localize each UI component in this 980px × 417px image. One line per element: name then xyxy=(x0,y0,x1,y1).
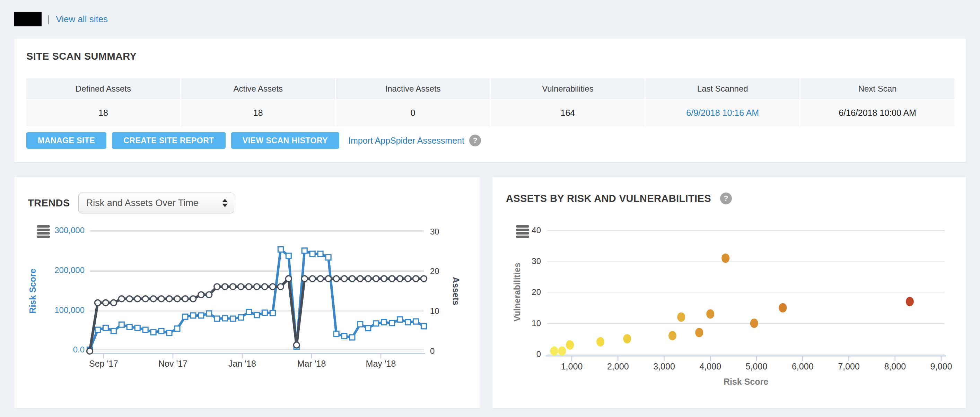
last-scanned-link[interactable]: 6/9/2018 10:16 AM xyxy=(646,100,799,126)
site-scan-summary-card: SITE SCAN SUMMARY Defined AssetsActive A… xyxy=(14,38,966,162)
column-header: Next Scan xyxy=(800,78,955,99)
right-axis-tick-label: 10 xyxy=(430,306,439,316)
column-header: Inactive Assets xyxy=(336,78,490,99)
x-axis-tick-label: 7,000 xyxy=(838,361,860,371)
right-axis-tick-label: 0 xyxy=(430,346,434,356)
create-site-report-button[interactable]: CREATE SITE REPORT xyxy=(112,132,226,149)
x-axis-tick-label: 9,000 xyxy=(931,361,952,371)
trends-metric-selected-value: Risk and Assets Over Time xyxy=(86,198,199,209)
scatter-point[interactable] xyxy=(623,334,631,344)
scatter-point[interactable] xyxy=(597,337,605,347)
x-axis-tick-label: 5,000 xyxy=(746,361,768,371)
column-header: Active Assets xyxy=(181,78,335,99)
help-icon[interactable]: ? xyxy=(720,193,732,205)
x-axis-tick-label: Jan '18 xyxy=(228,359,256,368)
site-name-redacted xyxy=(14,12,41,26)
right-axis-title: Assets xyxy=(451,277,461,305)
help-icon[interactable]: ? xyxy=(469,134,481,146)
x-axis-tick-label: Nov '17 xyxy=(158,359,188,368)
left-axis-tick-label: 300,000 xyxy=(54,225,84,235)
scatter-point[interactable] xyxy=(779,303,787,313)
x-axis-tick-label: 4,000 xyxy=(699,361,721,371)
scatter-point[interactable] xyxy=(750,318,758,328)
x-axis-tick-label: 2,000 xyxy=(607,361,629,371)
x-axis-tick-label: Mar '18 xyxy=(298,359,326,368)
left-axis-tick-label: 0.0 xyxy=(73,345,84,354)
y-axis-tick-label: 20 xyxy=(531,287,541,297)
scatter-point[interactable] xyxy=(721,254,729,263)
right-axis-tick-label: 20 xyxy=(430,267,439,276)
left-axis-tick-label: 100,000 xyxy=(54,305,84,315)
scatter-point[interactable] xyxy=(677,312,685,321)
summary-value: 164 xyxy=(491,100,644,126)
x-axis-tick-label: 6,000 xyxy=(792,361,814,371)
scatter-point[interactable] xyxy=(558,347,566,356)
column-header: Vulnerabilities xyxy=(491,78,644,99)
scatter-point[interactable] xyxy=(550,347,558,356)
trends-metric-select[interactable]: Risk and Assets Over Time xyxy=(78,193,234,213)
scatter-point[interactable] xyxy=(566,340,574,350)
trends-title: TRENDS xyxy=(28,197,70,209)
breadcrumb: | View all sites xyxy=(14,12,108,26)
x-axis-tick-label: 3,000 xyxy=(653,361,675,371)
view-scan-history-button[interactable]: VIEW SCAN HISTORY xyxy=(231,132,339,149)
y-axis-tick-label: 30 xyxy=(531,256,541,266)
summary-value: 0 xyxy=(336,100,490,126)
scan-summary-header-row: Defined AssetsActive AssetsInactive Asse… xyxy=(26,78,955,99)
scatter-point[interactable] xyxy=(906,297,914,306)
scatter-point[interactable] xyxy=(695,328,703,337)
x-axis-tick-label: 1,000 xyxy=(561,361,583,371)
assets-by-risk-chart: 1,0002,0003,0004,0005,0006,0007,0008,000… xyxy=(492,177,966,408)
x-axis-tick-label: Sep '17 xyxy=(89,359,118,368)
summary-actions: MANAGE SITE CREATE SITE REPORT VIEW SCAN… xyxy=(26,132,481,149)
scan-summary-table: Defined AssetsActive AssetsInactive Asse… xyxy=(26,78,955,126)
assets-by-risk-card: ASSETS BY RISK AND VULNERABILITIES ? 1,0… xyxy=(492,176,966,409)
x-axis-tick-label: May '18 xyxy=(366,359,396,368)
left-axis-tick-label: 200,000 xyxy=(54,265,84,275)
y-axis-tick-label: 0 xyxy=(536,349,541,359)
breadcrumb-separator: | xyxy=(47,14,49,25)
scan-summary-value-row: 181801646/9/2018 10:16 AM6/16/2018 10:00… xyxy=(26,99,955,126)
right-axis-tick-label: 30 xyxy=(430,227,439,236)
column-header: Defined Assets xyxy=(26,78,180,99)
chart-context-menu-icon[interactable] xyxy=(516,225,529,239)
column-header: Last Scanned xyxy=(646,78,799,99)
y-axis-title: Vulnerabilities xyxy=(512,263,522,321)
scatter-point[interactable] xyxy=(706,309,714,318)
summary-value: 6/16/2018 10:00 AM xyxy=(800,100,955,126)
view-all-sites-link[interactable]: View all sites xyxy=(56,14,108,25)
y-axis-tick-label: 40 xyxy=(531,225,541,235)
site-scan-summary-title: SITE SCAN SUMMARY xyxy=(26,51,137,62)
scatter-point[interactable] xyxy=(668,331,676,340)
y-axis-tick-label: 10 xyxy=(531,318,541,328)
manage-site-button[interactable]: MANAGE SITE xyxy=(26,132,107,149)
import-appspider-assessment-link[interactable]: Import AppSpider Assessment xyxy=(348,136,465,146)
select-stepper-icon xyxy=(222,199,228,207)
chart-context-menu-icon[interactable] xyxy=(37,225,50,239)
trends-card: TRENDS Risk and Assets Over Time 0.0100,… xyxy=(14,176,480,409)
x-axis-title: Risk Score xyxy=(724,377,768,387)
assets-by-risk-title: ASSETS BY RISK AND VULNERABILITIES xyxy=(506,193,711,205)
x-axis-tick-label: 8,000 xyxy=(884,361,906,371)
summary-value: 18 xyxy=(26,100,180,126)
summary-value: 18 xyxy=(181,100,335,126)
left-axis-title: Risk Score xyxy=(28,268,37,313)
